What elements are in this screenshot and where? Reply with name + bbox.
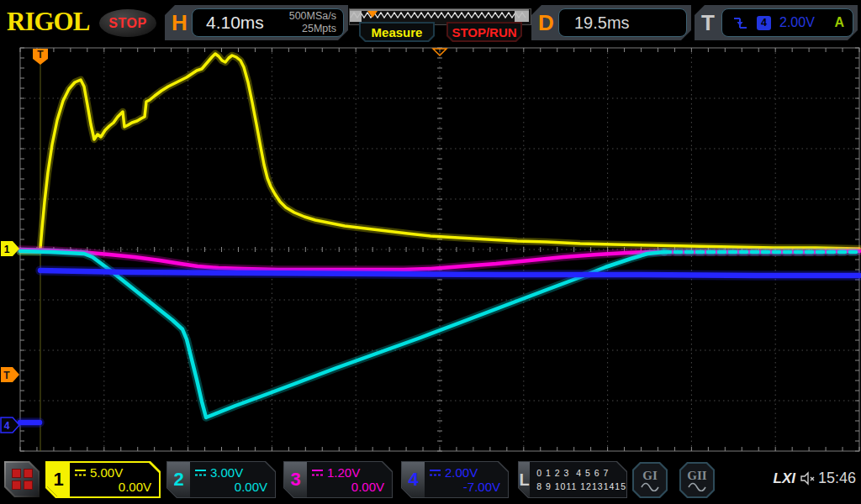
speaker-muted-icon[interactable] <box>800 471 816 486</box>
trigger-sweep-mode: A <box>834 15 844 30</box>
run-state-badge[interactable]: STOP <box>99 9 156 37</box>
delay-label: D <box>538 10 554 36</box>
logic-row-1: 0 1 2 3 4 5 6 7 <box>536 466 626 480</box>
delay-value: 19.5ms <box>574 13 630 33</box>
channel-3-box[interactable]: 3 1.20V 0.00V <box>283 461 393 498</box>
channel-1-number: 1 <box>47 463 70 496</box>
channel-4-scale: 2.00V <box>445 465 478 480</box>
stop-run-button-label: STOP/RUN <box>452 25 516 39</box>
channel-1-offset: 0.00V <box>74 480 151 494</box>
clock: 15:46 <box>818 470 856 487</box>
measure-button-label: Measure <box>372 25 423 39</box>
trigger-level-value: 2.00V <box>779 15 815 30</box>
logic-channel-list: 0 1 2 3 4 5 6 7 8 9 1011 12131415 <box>530 462 626 497</box>
channel-3-scale: 1.20V <box>327 465 360 480</box>
main-menu-button[interactable] <box>4 461 40 497</box>
lxi-logo: LXI <box>774 470 795 487</box>
channel-2-offset: 0.00V <box>194 480 267 494</box>
measure-button[interactable]: Measure <box>359 22 435 42</box>
rigol-logo: RIGOL <box>7 7 89 37</box>
post-window-cap <box>515 11 529 22</box>
channel-4-offset: -7.00V <box>429 480 500 494</box>
ch1-trace <box>20 54 859 252</box>
trigger-settings-group[interactable]: T 4 2.00V A <box>695 5 858 40</box>
generator-2-label: GII <box>687 470 706 482</box>
stop-run-button[interactable]: STOP/RUN <box>446 22 522 42</box>
channel-2-box[interactable]: 2 3.00V 0.00V <box>166 461 276 498</box>
dc-coupling-icon <box>311 468 324 477</box>
svg-text:T: T <box>37 49 44 60</box>
channel-3-offset: 0.00V <box>311 480 384 494</box>
dc-coupling-icon <box>194 468 207 477</box>
channel-2-scale: 3.00V <box>210 465 243 480</box>
svg-text:1: 1 <box>4 244 10 255</box>
generator-1-label: GI <box>642 470 658 482</box>
sine-wave-icon <box>640 482 660 491</box>
channel-2-number: 2 <box>167 462 190 497</box>
memory-waveform-preview <box>350 9 529 23</box>
pre-window-cap <box>350 11 362 22</box>
dc-coupling-icon <box>429 468 441 477</box>
acquisition-rates: 500MSa/s 25Mpts <box>289 10 336 35</box>
generator-1-button[interactable]: GI <box>632 462 668 498</box>
channel-1-box[interactable]: 1 5.00V 0.00V <box>45 461 161 498</box>
bottom-status-bar: 1 5.00V 0.00V 2 <box>0 458 861 504</box>
memory-depth: 25Mpts <box>302 23 336 34</box>
dc-coupling-icon <box>74 468 87 477</box>
horizontal-settings-group[interactable]: H 4.10ms 500MSa/s 25Mpts <box>165 5 348 40</box>
trigger-source-badge: 4 <box>757 16 771 30</box>
delay-readout: 19.5ms <box>558 8 687 37</box>
trigger-label: T <box>701 10 715 36</box>
horizontal-label: H <box>172 10 188 36</box>
sample-rate: 500MSa/s <box>289 10 336 22</box>
trigger-readout: 4 2.00V A <box>721 8 853 37</box>
delay-settings-group[interactable]: D 19.5ms <box>531 5 691 40</box>
oscilloscope-screen: 1T4T RIGOL STOP H 4.10ms 500MSa/s 25Mpts <box>0 0 861 504</box>
sine-wave-icon <box>687 482 707 491</box>
channel-4-box[interactable]: 4 2.00V -7.00V <box>401 461 509 498</box>
waveform-display[interactable]: 1T4T <box>0 0 861 504</box>
timebase-value: 4.10ms <box>206 13 264 33</box>
menu-grid-icon <box>12 469 33 490</box>
top-status-bar: RIGOL STOP H 4.10ms 500MSa/s 25Mpts M <box>0 0 861 46</box>
falling-edge-icon <box>732 14 748 31</box>
logic-channels-box[interactable]: L 0 1 2 3 4 5 6 7 8 9 1011 12131415 <box>518 461 627 498</box>
logic-label: L <box>519 462 530 497</box>
svg-text:4: 4 <box>4 420 10 432</box>
generator-2-button[interactable]: GII <box>679 462 715 498</box>
svg-text:T: T <box>3 370 10 381</box>
channel-4-number: 4 <box>402 462 425 497</box>
channel-3-number: 3 <box>284 462 307 497</box>
horizontal-readout: 4.10ms 500MSa/s 25Mpts <box>192 8 344 37</box>
channel-1-scale: 5.00V <box>90 465 123 480</box>
logic-row-2: 8 9 1011 12131415 <box>536 480 626 493</box>
